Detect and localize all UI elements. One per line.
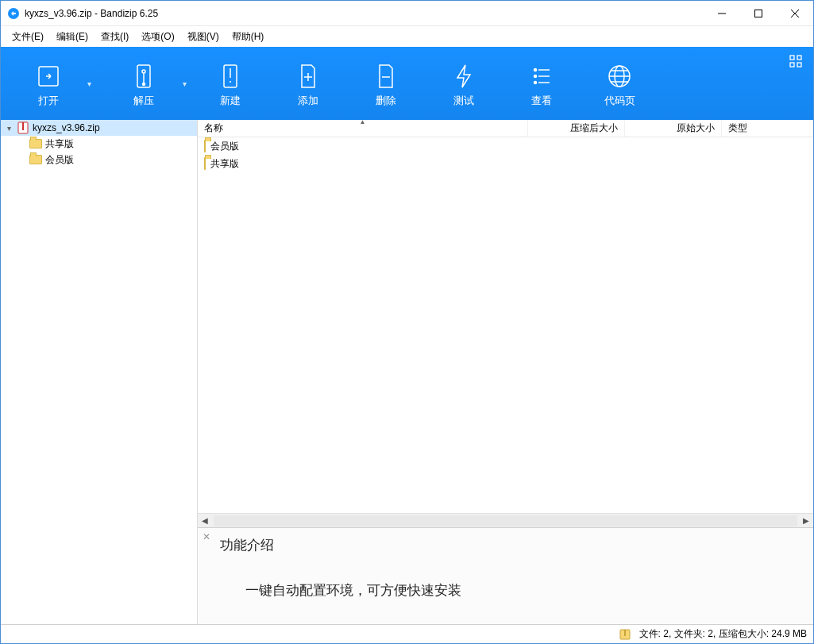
titlebar[interactable]: kyxzs_v3.96.zip - Bandizip 6.25 — [1, 1, 813, 26]
tree-collapse-icon[interactable]: ▾ — [4, 124, 14, 133]
globe-icon — [605, 62, 634, 91]
tree-item[interactable]: 会员版 — [1, 152, 197, 168]
folder-icon — [204, 141, 206, 152]
scroll-track[interactable] — [214, 515, 797, 526]
new-archive-icon — [216, 62, 245, 91]
scroll-right-icon[interactable]: ▶ — [799, 516, 813, 525]
toolbar: 打开 ▾ 解压 ▾ 新建 添加 删除 — [1, 47, 813, 120]
window-title: kyxzs_v3.96.zip - Bandizip 6.25 — [25, 8, 158, 19]
toolbar-codepage[interactable]: 代码页 — [581, 47, 658, 120]
test-icon — [449, 62, 478, 91]
toolbar-add[interactable]: 添加 — [269, 47, 347, 120]
minimize-icon — [718, 10, 726, 17]
toolbar-extract[interactable]: 解压 ▾ — [96, 47, 191, 120]
folder-icon — [29, 153, 42, 166]
svg-rect-14 — [790, 63, 794, 67]
svg-point-8 — [534, 75, 537, 77]
horizontal-scrollbar[interactable]: ◀ ▶ — [198, 513, 813, 527]
archive-status-icon — [619, 628, 631, 641]
tree-panel[interactable]: ▾ kyxzs_v3.96.zip 共享版 会员版 — [1, 120, 198, 624]
svg-point-9 — [534, 81, 537, 83]
folder-icon — [29, 137, 42, 150]
chevron-down-icon[interactable]: ▾ — [183, 79, 187, 88]
toolbar-open[interactable]: 打开 ▾ — [1, 47, 96, 120]
svg-point-5 — [143, 83, 145, 85]
svg-point-4 — [142, 70, 145, 73]
tree-item-label: 共享版 — [45, 137, 74, 151]
add-file-icon — [294, 62, 322, 91]
svg-rect-17 — [22, 122, 24, 130]
app-window: kyxzs_v3.96.zip - Bandizip 6.25 文件(E) 编辑… — [0, 0, 814, 644]
column-original-size[interactable]: 原始大小 — [625, 120, 722, 137]
close-button[interactable] — [777, 1, 813, 26]
file-name: 会员版 — [210, 140, 239, 153]
svg-rect-13 — [797, 56, 801, 60]
list-header: 名称 ▲ 压缩后大小 原始大小 类型 — [198, 120, 813, 137]
tree-item-label: 会员版 — [45, 153, 74, 167]
archive-icon — [17, 121, 29, 134]
menu-help[interactable]: 帮助(H) — [226, 28, 271, 46]
info-heading: 功能介绍 — [220, 536, 802, 554]
file-list[interactable]: 会员版 共享版 — [198, 137, 813, 513]
list-item[interactable]: 会员版 — [198, 137, 813, 155]
tree-root[interactable]: ▾ kyxzs_v3.96.zip — [1, 120, 197, 136]
svg-rect-15 — [797, 63, 801, 67]
content-panel: 名称 ▲ 压缩后大小 原始大小 类型 会员版 共享版 ◀ — [198, 120, 813, 624]
extract-icon — [129, 62, 158, 91]
delete-file-icon — [372, 62, 400, 91]
statusbar: 文件: 2, 文件夹: 2, 压缩包大小: 24.9 MB — [1, 624, 813, 643]
chevron-down-icon[interactable]: ▾ — [87, 79, 91, 88]
menu-options[interactable]: 选项(O) — [135, 28, 180, 46]
menu-view[interactable]: 视图(V) — [181, 28, 226, 46]
svg-rect-19 — [624, 630, 626, 636]
menubar: 文件(E) 编辑(E) 查找(I) 选项(O) 视图(V) 帮助(H) — [1, 26, 813, 47]
open-icon — [34, 62, 63, 91]
list-item[interactable]: 共享版 — [198, 155, 813, 172]
toolbar-new[interactable]: 新建 — [191, 47, 269, 120]
menu-file[interactable]: 文件(E) — [6, 28, 50, 46]
maximize-icon — [754, 10, 762, 17]
tree-item[interactable]: 共享版 — [1, 136, 197, 152]
toolbar-view[interactable]: 查看 — [503, 47, 581, 120]
sort-asc-icon: ▲ — [360, 118, 366, 125]
menu-find[interactable]: 查找(I) — [95, 28, 135, 46]
folder-icon — [204, 158, 206, 169]
close-panel-icon[interactable]: ✕ — [203, 531, 210, 542]
close-icon — [791, 10, 799, 17]
svg-rect-12 — [790, 56, 794, 60]
dashboard-icon[interactable] — [789, 55, 802, 67]
view-list-icon — [527, 62, 556, 91]
info-description: 一键自动配置环境，可方便快速安装 — [245, 581, 802, 600]
app-icon — [7, 7, 20, 20]
minimize-button[interactable] — [704, 1, 740, 26]
info-panel: ✕ 功能介绍 一键自动配置环境，可方便快速安装 — [198, 527, 813, 624]
maximize-button[interactable] — [740, 1, 777, 26]
tree-root-label: kyxzs_v3.96.zip — [33, 122, 100, 133]
svg-rect-1 — [755, 10, 762, 17]
status-text: 文件: 2, 文件夹: 2, 压缩包大小: 24.9 MB — [639, 627, 807, 641]
body: ▾ kyxzs_v3.96.zip 共享版 会员版 名称 — [1, 120, 813, 624]
column-name[interactable]: 名称 ▲ — [198, 120, 528, 137]
file-name: 共享版 — [210, 157, 239, 171]
svg-point-7 — [534, 68, 537, 71]
toolbar-delete[interactable]: 删除 — [347, 47, 425, 120]
column-packed-size[interactable]: 压缩后大小 — [528, 120, 625, 137]
column-type[interactable]: 类型 — [722, 120, 813, 137]
menu-edit[interactable]: 编辑(E) — [50, 28, 95, 46]
scroll-left-icon[interactable]: ◀ — [198, 516, 212, 525]
toolbar-test[interactable]: 测试 — [425, 47, 503, 120]
